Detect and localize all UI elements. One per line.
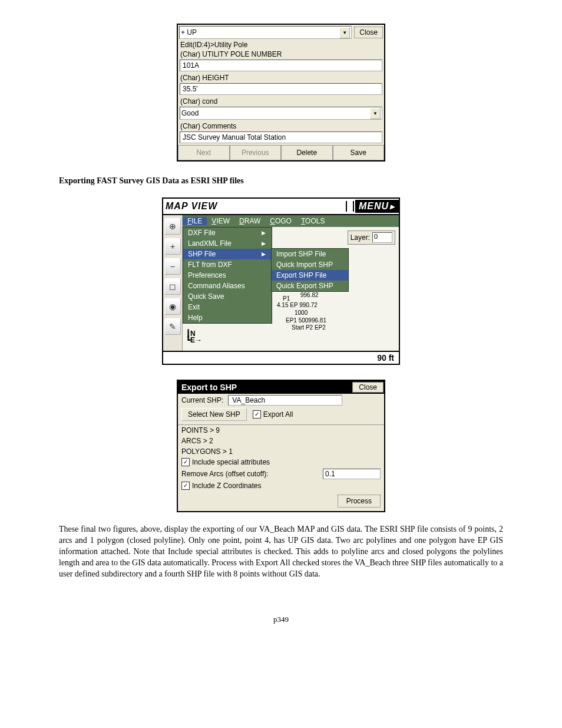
current-shp-label: Current SHP: xyxy=(181,396,223,404)
mapview-title: MAP VIEW xyxy=(163,201,346,212)
menu-tools[interactable]: TOOLS xyxy=(296,217,329,225)
scroll-icon xyxy=(346,201,354,212)
menu-quick-save[interactable]: Quick Save xyxy=(183,291,272,302)
zoom-window-icon[interactable]: ◻ xyxy=(164,278,181,295)
file-dropdown: DXF File▶ LandXML File▶ SHP File▶ FLT fr… xyxy=(183,227,272,324)
pan-icon[interactable]: ◉ xyxy=(164,298,181,315)
include-z-checkbox[interactable]: ✓ Include Z Coordinates xyxy=(178,480,384,491)
cond-combo[interactable]: Good ▼ xyxy=(180,107,382,120)
export-to-shp-dialog: Export to SHP Close Current SHP: VA_Beac… xyxy=(177,380,385,512)
checkbox-checked-icon: ✓ xyxy=(181,458,190,466)
checkbox-checked-icon: ✓ xyxy=(253,410,261,419)
checkbox-checked-icon: ✓ xyxy=(181,482,190,490)
menu-preferences[interactable]: Preferences xyxy=(183,270,272,281)
canvas-label: 1000 xyxy=(295,309,308,316)
menu-shp-file[interactable]: SHP File▶ xyxy=(183,249,272,259)
delete-button[interactable]: Delete xyxy=(281,146,333,160)
menu-landxml-file[interactable]: LandXML File▶ xyxy=(183,238,272,249)
type-combo-text: + UP xyxy=(181,28,339,37)
height-label: (Char) HEIGHT xyxy=(178,73,384,83)
edit-id-line: Edit(ID:4)>Utility Pole xyxy=(178,40,384,50)
close-button[interactable]: Close xyxy=(354,27,383,38)
dropdown-icon[interactable]: ▼ xyxy=(339,27,350,38)
next-button[interactable]: Next xyxy=(178,146,230,160)
type-combo[interactable]: + UP ▼ xyxy=(179,26,352,39)
previous-button[interactable]: Previous xyxy=(230,146,282,160)
canvas-label: EP1 500996.81 xyxy=(286,317,326,324)
menu-help[interactable]: Help xyxy=(183,312,272,323)
cond-label: (Char) cond xyxy=(178,97,384,106)
menu-export-shp[interactable]: Export SHP File xyxy=(272,270,348,281)
section-heading: Exporting FAST Survey GIS Data as ESRI S… xyxy=(59,176,503,186)
dropdown-icon[interactable]: ▼ xyxy=(370,108,381,119)
zoom-out-icon[interactable]: − xyxy=(164,258,181,275)
export-title: Export to SHP xyxy=(178,383,352,392)
menu-quick-export-shp[interactable]: Quick Export SHP xyxy=(272,281,348,291)
arcs-count: ARCS > 2 xyxy=(178,436,384,446)
menubar: FILE VIEW DRAW COGO TOOLS xyxy=(183,215,399,227)
save-button[interactable]: Save xyxy=(333,146,385,160)
settings-icon[interactable]: ✎ xyxy=(164,318,181,335)
edit-utility-pole-dialog: + UP ▼ Close Edit(ID:4)>Utility Pole (Ch… xyxy=(177,24,385,162)
export-all-checkbox[interactable]: ✓ Export All xyxy=(253,410,293,419)
layer-input[interactable]: 0 xyxy=(372,232,392,243)
comments-label: (Char) Comments xyxy=(178,121,384,131)
remove-arcs-label: Remove Arcs (offset cutoff): xyxy=(181,470,269,478)
map-view-window: MAP VIEW MENU▶ ⊕ + − ◻ ◉ ✎ FILE VIEW DRA… xyxy=(162,197,400,365)
points-count: POINTS > 9 xyxy=(178,425,384,436)
scale-status: 90 ft xyxy=(163,351,399,364)
north-arrow: ┃N ┗E→ xyxy=(186,331,202,344)
canvas-label: 996.82 xyxy=(300,292,319,298)
close-button[interactable]: Close xyxy=(352,382,384,393)
menu-cogo[interactable]: COGO xyxy=(265,217,296,225)
process-button[interactable]: Process xyxy=(338,495,381,508)
canvas-label: Start P2 EP2 xyxy=(292,324,326,331)
menu-dxf-file[interactable]: DXF File▶ xyxy=(183,228,272,238)
current-shp-value: VA_Beach xyxy=(228,395,342,406)
canvas-label: 4.15 EP 990.72 xyxy=(277,302,318,308)
menu-button[interactable]: MENU▶ xyxy=(355,200,399,213)
menu-file[interactable]: FILE xyxy=(183,217,207,225)
menu-command-aliases[interactable]: Command Aliases xyxy=(183,281,272,291)
zoom-extents-icon[interactable]: ⊕ xyxy=(164,218,181,235)
pole-number-label: (Char) UTILITY POLE NUMBER xyxy=(178,50,384,59)
select-new-shp-button[interactable]: Select New SHP xyxy=(181,408,247,421)
menu-quick-import-shp[interactable]: Quick Import SHP xyxy=(272,259,348,270)
map-toolbar: ⊕ + − ◻ ◉ ✎ xyxy=(163,215,183,351)
body-paragraph: These final two figures, above, display … xyxy=(59,524,503,579)
menu-flt-from-dxf[interactable]: FLT from DXF xyxy=(183,259,272,270)
polygons-count: POLYGONS > 1 xyxy=(178,446,384,457)
pole-number-input[interactable]: 101A xyxy=(180,60,382,71)
cond-value: Good xyxy=(181,109,370,117)
layer-box: Layer: 0 xyxy=(348,230,395,245)
height-input[interactable]: 35.5' xyxy=(180,83,382,95)
layer-label: Layer: xyxy=(351,233,370,242)
canvas-label: P1 xyxy=(283,295,290,302)
remove-arcs-input[interactable]: 0.1 xyxy=(323,469,381,479)
comments-input[interactable]: JSC Survey Manual Total Station xyxy=(180,131,382,143)
menu-view[interactable]: VIEW xyxy=(207,217,234,225)
menu-exit[interactable]: Exit xyxy=(183,302,272,312)
page-number: p349 xyxy=(59,615,503,624)
shp-submenu: Import SHP File Quick Import SHP Export … xyxy=(271,248,349,292)
menu-draw[interactable]: DRAW xyxy=(234,217,265,225)
menu-import-shp[interactable]: Import SHP File xyxy=(272,249,348,259)
zoom-in-icon[interactable]: + xyxy=(164,238,181,255)
include-special-checkbox[interactable]: ✓ Include special attributes xyxy=(178,457,384,467)
